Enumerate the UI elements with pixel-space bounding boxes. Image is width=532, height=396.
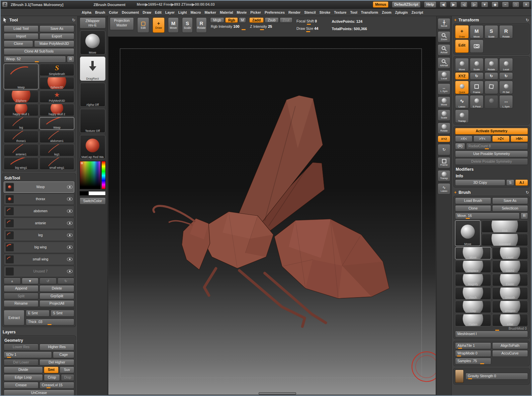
rotate-y-icon[interactable]: ↻ [484,72,498,80]
draw-mode-button[interactable]: +Draw [153,17,165,33]
append-button[interactable]: Append [4,285,38,292]
clone-all-subtools-button[interactable]: Clone All SubTools [4,48,74,55]
aligntopath-toggle[interactable]: AlignToPath [492,342,528,349]
thick-slider[interactable]: Thick .03 [26,319,74,325]
current-brush-thumb[interactable]: Move [80,30,105,55]
tool-thumb-happy-skull-1[interactable]: happy skull 1 [4,104,38,116]
brush-thumb-smooth[interactable]: Smooth [492,287,528,300]
transp-button[interactable]: Transp [438,170,450,181]
lasso-select-button[interactable]: ∿Lasso [455,95,469,108]
lasso-button[interactable]: ∿Lasso [438,183,450,194]
reload-icon[interactable]: ↻ [526,18,529,22]
move-mode-button[interactable]: MMove [168,17,179,33]
scale-3d-button[interactable]: Scale [438,109,450,121]
activate-symmetry-button[interactable]: Activate Symmetry [455,128,528,135]
brush-thumb-clay[interactable]: Clay [455,301,491,313]
subtool-down-button[interactable]: ▼ [22,278,39,285]
reload-icon[interactable]: ↻ [72,18,75,22]
brush-thumb-pinch[interactable]: Pinch [455,287,491,300]
menu-stencil[interactable]: Stencil [304,10,316,14]
suv-toggle[interactable]: Suv [60,367,74,373]
split-button[interactable]: Split [4,293,38,300]
edit-mode-button[interactable]: ▢Edit [137,17,149,33]
viewport-canvas[interactable] [108,37,436,395]
gravity-alpha-thumb[interactable] [455,370,464,383]
local-symmetry-button[interactable]: ↔L.Sym [499,95,513,108]
brush-thumb-displace[interactable]: Displace [455,260,491,273]
creaselvl-slider[interactable]: CreaseLvl 15 [39,382,74,389]
brush-thumb-zproject[interactable]: ZProject [492,301,528,313]
menu-light[interactable]: Light [178,10,187,14]
pin-icon[interactable]: ▼ [481,2,488,7]
tool-thumb-polymesh3d[interactable]: ★PolyMesh3D [39,90,74,103]
visibility-eye-icon[interactable] [67,233,73,237]
menu-layer[interactable]: Layer [165,10,175,14]
tool-thumb-wasp[interactable]: Wasp [4,64,38,89]
close-icon[interactable]: × [523,2,530,7]
move-gyro-button[interactable]: Move [455,58,469,71]
lsym-button[interactable]: ↔L.Sym [438,83,450,95]
rotate-x-icon[interactable]: ↻ [470,72,483,80]
camera-button[interactable] [470,39,483,53]
delete-posable-symmetry-button[interactable]: Delete Posable Symmetry [455,158,528,165]
s-toggle[interactable]: S [506,179,514,186]
brushmod-slider[interactable]: BrushMod 0 [455,326,528,331]
reload-icon[interactable]: ↻ [526,190,529,195]
save-brush-as-button[interactable]: Save As [492,197,528,204]
zcut-toggle[interactable]: Zcut [280,17,292,23]
brush-thumb-move[interactable]: Move [455,247,491,259]
visibility-eye-icon[interactable] [67,197,73,201]
mirror-x-toggle[interactable]: >X< [455,136,472,142]
restore-config-button[interactable]: R [67,56,74,63]
tool-thumb-antanie1[interactable]: antanie1 [4,144,38,156]
extract-button[interactable]: Extract [4,310,24,325]
menu-render[interactable]: Render [288,10,300,14]
load-brush-button[interactable]: Load Brush [455,197,491,204]
subtool-row-small-wing[interactable]: small wing [4,254,74,265]
wrapmode-slider[interactable]: WrapMode 0 [455,350,491,357]
projectall-button[interactable]: ProjectAll [39,300,74,307]
brush-thumb-blob[interactable]: Blob [481,220,528,233]
tool-thumb-abdomen1[interactable]: abdomen1 [39,131,74,143]
edit-object-button[interactable]: Edit [455,39,469,53]
local-gyro-button[interactable]: Local [499,58,513,71]
brush-thumb-standard[interactable]: Standard [481,234,528,246]
rotate-view-button[interactable]: ↻ [438,144,450,155]
grpsplit-button[interactable]: GrpSplit [39,293,74,300]
current-material-thumb[interactable]: MatCap Red Wa [80,135,105,159]
minimize-icon[interactable]: − [502,2,509,7]
save-as-button[interactable]: Save As [39,25,74,32]
actual-size-button[interactable]: Actual [438,44,450,56]
menu-zscript[interactable]: Zscript [412,10,423,14]
meshinsert-button[interactable]: MeshInsert I [455,331,528,337]
polyframe-button[interactable] [484,81,498,94]
tool-thumb-wasp-2[interactable]: Wasp [39,117,74,130]
make-polymesh3d-button[interactable]: Make PolyMesh3D [34,41,74,47]
visibility-eye-icon[interactable] [67,209,73,213]
scroll-tool-button[interactable]: ╋Scroll [438,18,450,29]
saturation-value-square[interactable] [80,161,101,189]
current-tool-slider[interactable]: Wasp. 52 [4,56,66,63]
scale-pointer-button[interactable]: SScale [484,25,498,38]
scale-mode-button[interactable]: SScale [182,17,193,33]
rgb-intensity-slider[interactable]: Rgb Intensity 100 [210,24,246,30]
visibility-eye-icon[interactable] [67,221,73,225]
restore-config-button[interactable]: R [521,213,528,219]
projection-master-button[interactable]: ProjectionMaster [110,17,134,30]
menu-draw[interactable]: Draw [143,10,151,14]
help-button[interactable]: Help [424,1,436,8]
divide-button[interactable]: Divide [4,367,43,373]
sdiv-slider[interactable]: SDiv 1 [4,351,52,358]
info-section-title[interactable]: Info [455,173,528,179]
rotate-z-icon[interactable]: ↻ [499,72,513,80]
radial-count-slider[interactable]: RadialCount 8 [466,143,528,150]
current-alpha-thumb[interactable]: Alpha Off [80,83,105,107]
menu-material[interactable]: Material [220,10,233,14]
import-button[interactable]: Import [4,33,38,40]
tool-thumb-small-wing1[interactable]: small wing1 [39,157,74,170]
menu-edit[interactable]: Edit [155,10,162,14]
tool-thumb-happy-skull-2[interactable]: happy skull 2 [39,104,74,116]
clone-button[interactable]: Clone [4,41,33,47]
z-intensity-slider[interactable]: Z Intensity 25 [249,24,292,30]
switch-color-button[interactable]: SwitchColor [80,197,106,205]
